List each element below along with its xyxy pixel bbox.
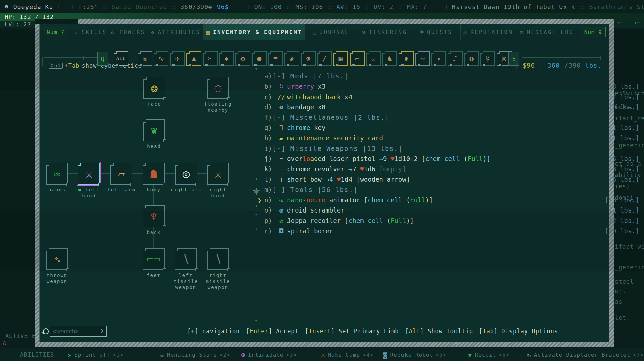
tab-label: JOURNAL xyxy=(320,29,349,35)
equipment-slot-back[interactable]: ♆ xyxy=(143,205,165,227)
item-icon: ❫ xyxy=(276,174,287,184)
filter-cards[interactable]: ▱ xyxy=(415,51,430,66)
tab-journal[interactable]: ❏JOURNAL xyxy=(305,24,357,40)
item-hotkey: m) xyxy=(264,185,272,195)
equipment-slot-floating-nearby[interactable]: ◌ xyxy=(207,77,229,99)
filter-ammo[interactable]: ● xyxy=(252,51,267,66)
numpad-left-badge[interactable]: Num 7 xyxy=(43,27,68,37)
ability-sprint-off[interactable]: »Sprint off<1> xyxy=(68,348,124,361)
equipment-slot-right-arm[interactable]: ◎ xyxy=(175,163,197,185)
inventory-item-l[interactable]: l)❫short bow →4 ♥1d4 [wooden arrow][5 lb… xyxy=(264,174,643,184)
filter-shears[interactable]: ✂ xyxy=(203,51,218,66)
inventory-category-m[interactable]: m)[-] Tools |56 lbs.| xyxy=(264,185,643,195)
inventory-item-n[interactable]: ❯n)∿nano-neuro animator [chem cell (Full… xyxy=(264,195,643,205)
equipment-slot-head[interactable]: ❦ xyxy=(143,119,165,141)
filter-light-sources[interactable]: ✦ xyxy=(431,51,446,66)
bracket: [ xyxy=(246,328,250,335)
tab-reputation[interactable]: ⚖REPUTATION xyxy=(460,24,516,40)
equipment-slot-left-hand[interactable]: ⚔ xyxy=(78,163,100,185)
inventory-item-h[interactable]: h)▰maintenance security card[1 lbs.] xyxy=(264,133,643,143)
equipment-slot-thrown-weapon[interactable]: ➴ xyxy=(46,248,68,270)
search-input[interactable] xyxy=(50,326,107,337)
filter-instruments[interactable]: ♪ xyxy=(448,51,463,66)
ability-rebuke-robot[interactable]: ◙Rebuke Robot<5> xyxy=(383,348,446,361)
equipment-slot-body[interactable]: ☗ xyxy=(143,163,165,185)
equipment-slot-right-hand[interactable]: ⚔ xyxy=(207,163,229,185)
tab-quests[interactable]: ⚑QUESTS xyxy=(412,24,460,40)
item-text: ad xyxy=(310,155,318,162)
ability-menacing-stare[interactable]: ☠Menacing Stare<2> xyxy=(160,348,230,361)
inventory-item-b[interactable]: b)⠷urberry x3[3 lbs.] xyxy=(264,81,643,92)
separator-dots: ∷ xyxy=(328,3,332,10)
inventory-category-i[interactable]: i)[-] Missile Weapons |13 lbs.| xyxy=(264,143,643,154)
filter-wands[interactable]: ∕ xyxy=(317,51,332,66)
inventory-item-p[interactable]: p)❂Joppa recoiler [chem cell (Full)][2 l… xyxy=(264,216,643,226)
filter-scrolls[interactable]: ≡ xyxy=(268,51,283,66)
inventory-item-k[interactable]: k)⌐chrome revolver →7 ♥1d6 [empty][3 lbs… xyxy=(264,164,643,174)
numpad-right-badge[interactable]: Num 9 xyxy=(581,27,606,37)
ability-recoil[interactable]: ▼Recoil<6> xyxy=(468,348,509,361)
item-text: ( xyxy=(402,196,410,204)
bracket: ] xyxy=(195,328,202,335)
bracket: [ xyxy=(479,328,483,335)
filter-plants-icon: ❀ xyxy=(289,54,294,63)
inventory-category-a[interactable]: a)[-] Meds |7 lbs.| xyxy=(264,71,643,81)
item-text: over xyxy=(287,155,303,162)
item-text: Joppa recoiler xyxy=(287,217,345,224)
filter-tonics[interactable]: ∿ xyxy=(154,51,168,66)
inventory-item-c[interactable]: c)∕∕witchwood bark x4[4 lbs.] xyxy=(264,92,643,102)
item-text: droid scrambler xyxy=(287,206,345,214)
inventory-item-d[interactable]: d)❁bandage x8[0 lbs.] xyxy=(264,102,643,112)
item-text: 9 xyxy=(383,155,391,162)
equipment-slot-left-arm[interactable]: ▱ xyxy=(110,163,132,185)
tab-inventory-equipment[interactable]: ▦INVENTORY & EQUIPMENT xyxy=(203,24,305,40)
inventory-category-f[interactable]: f)[-] Miscellaneous |2 lbs.| xyxy=(264,112,643,122)
filter-all[interactable]: ALL xyxy=(114,51,128,66)
equipment-slot-right-missile-weapon[interactable]: ∖ xyxy=(207,248,229,270)
slot-connector xyxy=(197,173,207,174)
tab-label: SKILLS & POWERS xyxy=(82,29,145,35)
inventory-item-g[interactable]: g)⅂chrome key[1 lbs.] xyxy=(264,123,643,133)
filter-water-containers[interactable]: ⚗ xyxy=(301,51,316,66)
filter-urns[interactable]: ⚱ xyxy=(399,51,414,66)
status-text: AV: 15 xyxy=(336,3,360,10)
equipment-slot-face[interactable]: ❂ xyxy=(143,77,165,99)
cycle-left-key[interactable]: Q xyxy=(97,52,108,66)
search-clear-button[interactable]: X xyxy=(101,328,104,335)
equipment-slot-feet[interactable]: ⌐¬ xyxy=(143,248,165,270)
filter-energy-cells[interactable]: ❂ xyxy=(464,51,479,66)
ability-intimidate[interactable]: ☻Intimidate<3> xyxy=(241,348,297,361)
filter-plants[interactable]: ❀ xyxy=(284,51,299,66)
item-text: nano- xyxy=(287,196,306,204)
equipment-slot-hands[interactable]: ♒ xyxy=(46,163,68,185)
inventory-item-o[interactable]: o)◍droid scrambler[1 lbs.] xyxy=(264,205,643,215)
ability-icon: ☻ xyxy=(241,351,245,359)
slot-label-text: right arm xyxy=(170,187,202,192)
filter-corpses[interactable]: ☠ xyxy=(138,51,152,66)
tab-message-log[interactable]: ✉MESSAGE LOG xyxy=(516,24,577,40)
ability-activate-displacer-bracelet[interactable]: ↻Activate Displacer Bracelet<7> xyxy=(527,348,643,361)
item-weight: [0 lbs.] xyxy=(608,102,639,112)
tab-attributes[interactable]: ❖ATTRIBUTES xyxy=(148,24,203,40)
filter-melee-weapons[interactable]: ⚔ xyxy=(366,51,381,66)
tab-tinkering[interactable]: ⚒TINKERING xyxy=(357,24,412,40)
filter-artifacts[interactable]: ☿ xyxy=(480,51,495,66)
item-text: key xyxy=(310,124,326,131)
equipment-slot-left-missile-weapon[interactable]: ∖ xyxy=(175,248,197,270)
filter-armor[interactable]: ♟ xyxy=(186,51,201,66)
filter-corpses-icon: ☠ xyxy=(143,54,147,63)
status-text: T:25° xyxy=(78,3,98,10)
ability-label: Menacing Stare xyxy=(167,352,217,358)
filter-containers[interactable]: ▦ xyxy=(333,51,348,66)
filter-trophies[interactable]: ♞ xyxy=(382,51,397,66)
ability-make-camp[interactable]: ♨Make Camp<4> xyxy=(321,348,373,361)
filter-pistols[interactable]: ⌐ xyxy=(350,51,365,66)
inventory-item-r[interactable]: r)◘spiral borer[40 lbs.] xyxy=(264,226,643,236)
inventory-item-j[interactable]: j)⌐overloaded laser pistol →9 ♥1d10+2 [c… xyxy=(264,154,643,164)
item-text: Full xyxy=(468,155,483,162)
tab-skills-powers[interactable]: ⚔SKILLS & POWERS xyxy=(71,24,148,40)
filter-gems[interactable]: ❖ xyxy=(219,51,234,66)
filter-gadgets[interactable]: ⚙ xyxy=(235,51,250,66)
filter-food[interactable]: ✣ xyxy=(170,51,185,66)
tab-label: TINKERING xyxy=(369,29,407,35)
